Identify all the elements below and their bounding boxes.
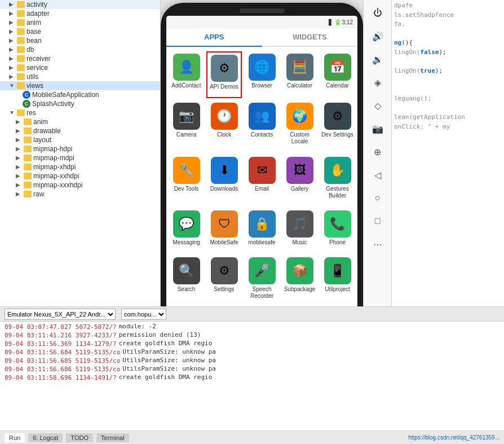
app-search[interactable]: 🔍 Search xyxy=(169,255,204,306)
emulator-select[interactable]: Emulator Nexus_5X_API_22 Andr... xyxy=(5,309,116,320)
folder-icon xyxy=(17,82,25,89)
tree-label: base xyxy=(26,28,41,36)
app-devsettings[interactable]: ⚙ Dev Settings xyxy=(320,100,355,152)
app-settings[interactable]: ⚙ Settings xyxy=(206,255,242,306)
tree-label: service xyxy=(26,64,48,72)
app-browser[interactable]: 🌐 Browser xyxy=(244,51,280,98)
app-email[interactable]: ✉ Email xyxy=(244,155,280,206)
log-time: 09-04 03:11:56.369 1134-1279/? xyxy=(5,340,117,348)
app-mobliesafe[interactable]: 🔒 mobliesafe xyxy=(244,208,280,253)
app-calendar[interactable]: 📅 Calendar xyxy=(320,51,355,98)
app-label: Clock xyxy=(217,131,231,138)
tree-item-res[interactable]: ▼ res xyxy=(0,108,160,117)
app-label: Calculator xyxy=(287,82,312,89)
app-gallery[interactable]: 🖼 Gallery xyxy=(282,155,317,206)
tree-item-bean[interactable]: ▶ bean xyxy=(0,36,160,45)
app-camera[interactable]: 📷 Camera xyxy=(169,100,204,152)
status-tab-terminal[interactable]: Terminal xyxy=(96,433,129,442)
app-speech[interactable]: 🎤 Speech Recorder xyxy=(244,255,280,306)
app-icon-speech: 🎤 xyxy=(249,257,276,284)
tree-item-mipmap-mdpi[interactable]: ▶ mipmap-mdpi xyxy=(0,153,160,162)
tree-item-views[interactable]: ▼ views xyxy=(0,81,160,90)
volume-up-button[interactable]: 🔊 xyxy=(368,26,388,46)
app-phone[interactable]: 📞 Phone xyxy=(320,208,355,253)
tree-item-base[interactable]: ▶ base xyxy=(0,27,160,36)
app-addcontact[interactable]: 👤 AddContact xyxy=(169,51,204,98)
app-apidemos[interactable]: ⚙ API Demos xyxy=(206,51,242,98)
tree-item-mipmap-xxxhdpi[interactable]: ▶ mipmap-xxxhdpi xyxy=(0,181,160,190)
status-tab-run[interactable]: Run xyxy=(5,433,25,442)
back-button[interactable]: ◁ xyxy=(368,165,388,185)
log-msg: module: -2 xyxy=(119,323,156,331)
app-messaging[interactable]: 💬 Messaging xyxy=(169,208,204,253)
more-button[interactable]: ⋯ xyxy=(368,234,388,254)
status-tab-logcat[interactable]: 6: Logcat xyxy=(28,433,63,442)
log-msg: permission denied (13) xyxy=(119,331,201,340)
tree-item-db[interactable]: ▶ db xyxy=(0,45,160,54)
folder-icon xyxy=(17,19,25,26)
tree-item-service[interactable]: ▶ service xyxy=(0,63,160,72)
tab-apps[interactable]: APPS xyxy=(166,28,262,47)
zoom-button[interactable]: ⊕ xyxy=(368,142,388,162)
power-button[interactable]: ⏻ xyxy=(368,3,388,23)
tree-label: mipmap-xxxhdpi xyxy=(33,181,82,189)
app-icon-mobilesafe: 🛡 xyxy=(211,210,238,238)
app-label: Search xyxy=(178,286,196,293)
app-mobilesafe[interactable]: 🛡 MobileSafe xyxy=(206,208,242,253)
app-clock[interactable]: 🕐 Clock xyxy=(206,100,242,152)
arrow-icon: ▶ xyxy=(16,146,23,152)
tree-item-mipmap-xhdpi[interactable]: ▶ mipmap-xhdpi xyxy=(0,162,160,172)
tree-item-mipmap-xxhdpi[interactable]: ▶ mipmap-xxhdpi xyxy=(0,172,160,181)
app-label: Speech Recorder xyxy=(245,286,278,300)
app-icon-devtools: 🔧 xyxy=(173,157,200,184)
log-area: 09-04 03:07:47.827 5072-5072/? module: -… xyxy=(0,322,504,430)
rotate-button[interactable]: ◈ xyxy=(368,72,388,93)
tree-item-anim[interactable]: ▶ anim xyxy=(0,18,160,27)
tree-item-res-anim[interactable]: ▶ anim xyxy=(0,117,160,126)
screenshot-button[interactable]: 📷 xyxy=(368,118,388,139)
tree-item-activity[interactable]: ▶ activity xyxy=(0,0,160,9)
arrow-icon: ▶ xyxy=(9,19,16,26)
square-button[interactable]: □ xyxy=(368,211,388,231)
volume-down-button[interactable]: 🔉 xyxy=(368,49,388,69)
folder-icon xyxy=(17,64,25,71)
app-customlocale[interactable]: 🌍 Custom Locale xyxy=(282,100,317,152)
arrow-icon: ▶ xyxy=(9,73,16,80)
log-msg: create goldfish DMA regio xyxy=(119,373,213,382)
code-line: lingOn(false); xyxy=(394,48,502,58)
app-icon-devsettings: ⚙ xyxy=(324,103,351,130)
tab-widgets[interactable]: WIDGETS xyxy=(262,28,358,46)
tree-label: layout xyxy=(33,136,51,144)
code-line: dpafe xyxy=(394,1,502,11)
tree-item-raw[interactable]: ▶ raw xyxy=(0,190,160,199)
rotate-left-button[interactable]: ◇ xyxy=(368,95,388,116)
arrow-icon: ▶ xyxy=(16,128,23,134)
app-icon-browser: 🌐 xyxy=(249,54,276,81)
tree-item-layout[interactable]: ▶ layout xyxy=(0,135,160,144)
tree-item-mipmap-hdpi[interactable]: ▶ mipmap-hdpi xyxy=(0,144,160,153)
app-gestures[interactable]: ✋ Gestures Builder xyxy=(320,155,355,206)
tree-label: res xyxy=(26,109,36,117)
arrow-icon: ▼ xyxy=(9,82,16,89)
tree-item-receiver[interactable]: ▶ receiver xyxy=(0,54,160,63)
tree-item-splash[interactable]: C SplashActivity xyxy=(0,99,160,108)
app-music[interactable]: 🎵 Music xyxy=(282,208,317,253)
package-select[interactable]: com.hopu... xyxy=(121,309,166,320)
main-area: ▶ activity ▶ adapter ▶ anim ▶ base ▶ bea… xyxy=(0,0,504,306)
app-downloads[interactable]: ⬇ Downloads xyxy=(206,155,242,206)
app-label: Utilproject xyxy=(325,286,350,293)
tree-item-utils[interactable]: ▶ utils xyxy=(0,72,160,81)
tree-item-drawable[interactable]: ▶ drawable xyxy=(0,126,160,135)
app-subpackage[interactable]: 📦 Subpackage xyxy=(282,255,317,306)
url-display: https://blog.csdn.net/qq_42761359... xyxy=(408,434,499,441)
app-devtools[interactable]: 🔧 Dev Tools xyxy=(169,155,204,206)
tree-item-adapter[interactable]: ▶ adapter xyxy=(0,9,160,18)
app-utilproject[interactable]: 📱 Utilproject xyxy=(320,255,355,306)
file-icon-c: C xyxy=(23,100,30,108)
app-calculator[interactable]: 🧮 Calculator xyxy=(282,51,317,98)
app-contacts[interactable]: 👥 Contacts xyxy=(244,100,280,152)
tree-item-mobilesafe[interactable]: C MoblieSafeApplication xyxy=(0,90,160,99)
status-tab-todo[interactable]: TODO xyxy=(66,433,93,442)
home-button[interactable]: ○ xyxy=(368,188,388,208)
code-line xyxy=(394,76,502,85)
